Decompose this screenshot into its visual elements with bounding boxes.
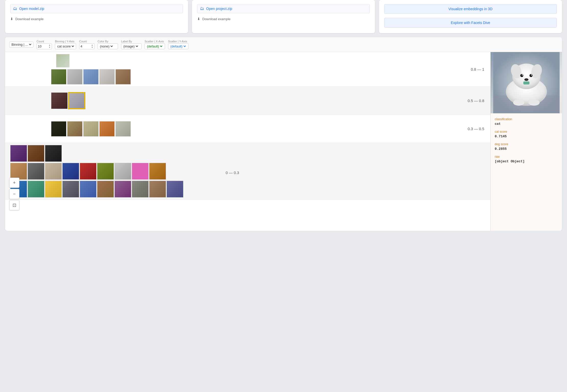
label-by-select-wrap[interactable]: (image) xyxy=(121,43,141,49)
binning-y-select[interactable]: cat score xyxy=(56,44,75,48)
scatter-y-select-wrap[interactable]: (default) xyxy=(168,43,188,49)
dog-17[interactable] xyxy=(80,181,97,198)
binning-y-group: Binning | Y-Axis cat score xyxy=(55,40,76,49)
dog-15[interactable] xyxy=(45,181,62,198)
svg-point-6 xyxy=(520,74,523,77)
dog-score-value: 0.2855 xyxy=(495,147,558,151)
scatter-x-select-wrap[interactable]: (default) xyxy=(145,43,165,49)
count-y-down[interactable]: ▼ xyxy=(91,46,93,48)
dog-11[interactable] xyxy=(132,163,149,180)
download-icon: ⬇ xyxy=(10,17,13,21)
scatter-y-group: Scatter | Y-Axis (default) xyxy=(168,40,188,49)
cat-tan-1[interactable] xyxy=(83,121,99,137)
scatter-x-select[interactable]: (default) xyxy=(146,44,163,48)
count-x-label: Count xyxy=(37,40,44,43)
dog-1[interactable] xyxy=(10,145,27,162)
dog-8[interactable] xyxy=(80,163,97,180)
binning-y-label: Binning | Y-Axis xyxy=(55,40,74,43)
cat-orange-1[interactable] xyxy=(99,121,115,137)
count-y-up[interactable]: ▲ xyxy=(91,44,93,46)
cat-score-value: 0.7145 xyxy=(495,134,558,138)
open-model-button[interactable]: 🗂 Open model.zip xyxy=(10,4,183,13)
count-y-wrap: ▲ ▼ xyxy=(79,43,94,49)
cat-score-label: cat score xyxy=(495,130,558,133)
scatter-x-group: Scatter | X-Axis (default) xyxy=(145,40,165,49)
open-project-button[interactable]: 🗂 Open project.zip xyxy=(197,4,370,13)
dog-score-label: dog score xyxy=(495,142,558,146)
dog-20[interactable] xyxy=(132,181,149,198)
scatter-y-select[interactable]: (default) xyxy=(169,44,187,48)
zoom-fit-button[interactable]: ⊡ xyxy=(9,200,19,210)
dog-5[interactable] xyxy=(28,163,44,180)
download-example-link-2[interactable]: ⬇ Download example xyxy=(197,16,370,22)
cat-dark-1[interactable] xyxy=(51,121,66,137)
dog-2[interactable] xyxy=(28,145,44,162)
count-x-input[interactable] xyxy=(38,44,48,48)
cat-thumb-5[interactable] xyxy=(115,69,131,84)
dog-4[interactable] xyxy=(10,163,27,180)
cat-thumb-4[interactable] xyxy=(99,69,115,84)
raw-value: [object Object] xyxy=(495,160,558,163)
dog-18[interactable] xyxy=(97,181,114,198)
explore-card: Visualize embeddings in 3D Explore with … xyxy=(379,0,562,33)
dog-3[interactable] xyxy=(45,145,62,162)
binning-x-group: Binning | ... xyxy=(9,42,33,47)
count-y-input[interactable] xyxy=(80,44,91,48)
project-card: 🗂 Open project.zip ⬇ Download example xyxy=(192,0,375,33)
label-by-group: Label By (image) xyxy=(121,40,141,49)
dog-svg xyxy=(493,52,560,113)
selected-image xyxy=(491,52,562,113)
cat-thumb-2[interactable] xyxy=(67,69,82,84)
count-x-down[interactable]: ▼ xyxy=(49,46,51,48)
binning-y-select-wrap[interactable]: cat score xyxy=(55,43,76,49)
grid-area: 0.8 — 1 0.5 — 0.8 xyxy=(5,52,490,231)
cat-thumb-3[interactable] xyxy=(83,69,99,84)
dog-10[interactable] xyxy=(114,163,131,180)
cat-selected-2[interactable] xyxy=(68,92,85,109)
color-by-select-wrap[interactable]: (none) xyxy=(98,43,118,49)
zoom-in-button[interactable]: + xyxy=(9,178,19,188)
dog-12[interactable] xyxy=(149,163,166,180)
field-classification: classification cat xyxy=(495,117,558,126)
color-by-select[interactable]: (none) xyxy=(99,44,114,48)
count-y-group: Count ▲ ▼ xyxy=(79,40,94,49)
dog-7[interactable] xyxy=(62,163,79,180)
zoom-controls: + − ⊡ xyxy=(9,178,19,210)
svg-rect-11 xyxy=(523,81,529,84)
cat-selected-1[interactable] xyxy=(51,92,68,109)
dog-22[interactable] xyxy=(167,181,183,198)
main-panel: Binning | ... Count ▲ ▼ Binning | Y-Axis… xyxy=(5,37,562,231)
facets-dive-button[interactable]: Explore with Facets Dive xyxy=(384,18,557,28)
label-by-select[interactable]: (image) xyxy=(122,44,139,48)
color-by-group: Color By (none) xyxy=(98,40,118,49)
facets-container: 0.8 — 1 0.5 — 0.8 xyxy=(5,52,562,231)
dog-19[interactable] xyxy=(114,181,131,198)
classification-value: cat xyxy=(495,122,558,126)
cat-spotted-1[interactable] xyxy=(67,121,82,137)
classification-label: classification xyxy=(495,117,558,121)
svg-point-13 xyxy=(528,100,540,106)
count-x-group: Count ▲ ▼ xyxy=(37,40,52,49)
cat-thumb-small[interactable] xyxy=(56,54,69,67)
dog-21[interactable] xyxy=(149,181,166,198)
count-x-up[interactable]: ▲ xyxy=(49,44,51,46)
dog-6[interactable] xyxy=(45,163,62,180)
visualize-3d-button[interactable]: Visualize embeddings in 3D xyxy=(384,4,557,14)
scatter-y-label: Scatter | Y-Axis xyxy=(168,40,187,43)
download-icon-2: ⬇ xyxy=(197,17,200,21)
dog-9[interactable] xyxy=(97,163,114,180)
cat-checked-1[interactable] xyxy=(115,121,131,137)
binning-x-select-wrap[interactable]: Binning | ... xyxy=(9,42,33,47)
label-05-08: 0.5 — 0.8 xyxy=(444,99,490,103)
cat-thumb-1[interactable] xyxy=(51,69,66,84)
zoom-out-button[interactable]: − xyxy=(9,189,19,199)
download-example-link-1[interactable]: ⬇ Download example xyxy=(10,16,183,22)
row-03-05: 0.3 — 0.5 xyxy=(5,115,490,143)
dog-16[interactable] xyxy=(62,181,79,198)
row-08-1: 0.8 — 1 xyxy=(5,52,490,87)
binning-x-select[interactable]: Binning | ... xyxy=(10,42,32,47)
side-panel: classification cat cat score 0.7145 dog … xyxy=(490,52,562,231)
dog-14[interactable] xyxy=(28,181,44,198)
field-dog-score: dog score 0.2855 xyxy=(495,142,558,151)
raw-label: raw xyxy=(495,155,558,158)
